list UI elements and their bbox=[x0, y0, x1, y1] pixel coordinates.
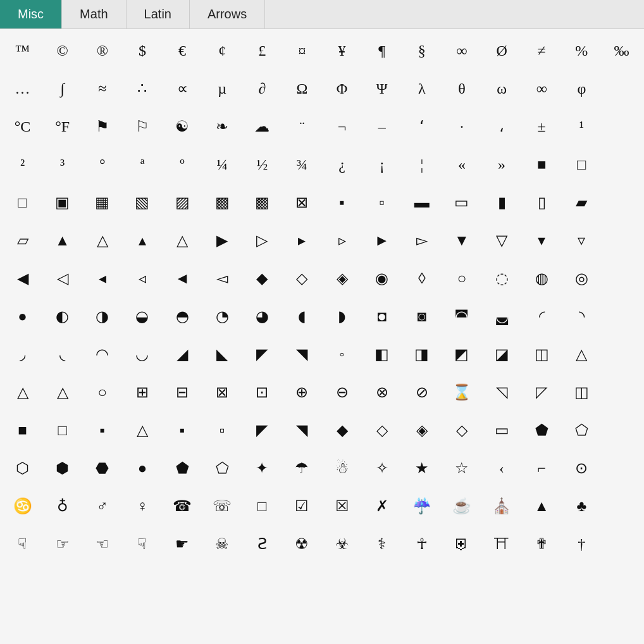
symbol-cell[interactable]: ☟ bbox=[3, 525, 42, 563]
symbol-cell[interactable]: ⊗ bbox=[362, 373, 402, 411]
symbol-cell[interactable]: ☔ bbox=[402, 487, 442, 525]
symbol-cell[interactable]: ◆ bbox=[242, 259, 282, 297]
symbol-cell[interactable]: ◝ bbox=[562, 297, 602, 335]
symbol-cell[interactable]: ☣ bbox=[322, 525, 362, 563]
symbol-cell[interactable]: □ bbox=[3, 183, 42, 221]
symbol-cell[interactable]: ◩ bbox=[442, 335, 481, 373]
symbol-cell[interactable]: ◈ bbox=[402, 411, 442, 449]
symbol-cell[interactable]: ▲ bbox=[522, 487, 562, 525]
symbol-cell[interactable]: % bbox=[562, 32, 602, 70]
symbol-cell[interactable]: ◎ bbox=[562, 259, 602, 297]
symbol-cell[interactable]: $ bbox=[122, 32, 162, 70]
symbol-cell[interactable]: ∞ bbox=[522, 70, 562, 108]
symbol-cell[interactable]: △ bbox=[82, 221, 122, 259]
symbol-cell[interactable]: ▽ bbox=[482, 221, 522, 259]
symbol-cell[interactable]: ☕ bbox=[442, 487, 481, 525]
symbol-cell[interactable]: ⊟ bbox=[163, 373, 202, 411]
symbol-cell[interactable]: ◔ bbox=[202, 297, 242, 335]
symbol-cell[interactable] bbox=[602, 373, 641, 411]
symbol-cell[interactable]: ▮ bbox=[482, 183, 522, 221]
symbol-cell[interactable]: – bbox=[362, 108, 402, 146]
symbol-cell[interactable]: ◖ bbox=[282, 297, 322, 335]
symbol-cell[interactable]: ★ bbox=[402, 449, 442, 487]
symbol-cell[interactable]: ♁ bbox=[42, 487, 82, 525]
symbol-cell[interactable]: ▻ bbox=[402, 221, 442, 259]
symbol-cell[interactable]: ⚕ bbox=[362, 525, 402, 563]
symbol-cell[interactable]: ¾ bbox=[282, 146, 322, 183]
symbol-cell[interactable]: ▷ bbox=[242, 221, 282, 259]
symbol-cell[interactable]: ¨ bbox=[282, 108, 322, 146]
symbol-cell[interactable]: ⊠ bbox=[202, 373, 242, 411]
symbol-cell[interactable]: ʻ bbox=[402, 108, 442, 146]
symbol-cell[interactable]: ◒ bbox=[122, 297, 162, 335]
symbol-cell[interactable]: ω bbox=[482, 70, 522, 108]
tab-latin[interactable]: Latin bbox=[127, 0, 190, 28]
symbol-cell[interactable]: ✧ bbox=[362, 449, 402, 487]
symbol-cell[interactable]: ◚ bbox=[442, 297, 481, 335]
symbol-cell[interactable] bbox=[602, 221, 641, 259]
symbol-cell[interactable]: ◃ bbox=[122, 259, 162, 297]
symbol-cell[interactable]: Φ bbox=[322, 70, 362, 108]
symbol-cell[interactable]: ○ bbox=[82, 373, 122, 411]
symbol-cell[interactable] bbox=[602, 70, 641, 108]
symbol-cell[interactable]: ⬠ bbox=[562, 411, 602, 449]
symbol-cell[interactable]: ◸ bbox=[522, 373, 562, 411]
symbol-cell[interactable]: ☥ bbox=[402, 525, 442, 563]
symbol-cell[interactable]: ≠ bbox=[522, 32, 562, 70]
symbol-cell[interactable] bbox=[602, 335, 641, 373]
symbol-cell[interactable]: ± bbox=[522, 108, 562, 146]
symbol-cell[interactable] bbox=[602, 183, 641, 221]
symbol-cell[interactable]: ▰ bbox=[562, 183, 602, 221]
symbol-cell[interactable]: ³ bbox=[42, 146, 82, 183]
symbol-cell[interactable]: ⛨ bbox=[442, 525, 481, 563]
symbol-cell[interactable]: ☏ bbox=[202, 487, 242, 525]
symbol-cell[interactable]: ▹ bbox=[322, 221, 362, 259]
symbol-cell[interactable]: ◤ bbox=[242, 411, 282, 449]
symbol-cell[interactable]: ™ bbox=[3, 32, 42, 70]
symbol-cell[interactable]: © bbox=[42, 32, 82, 70]
symbol-cell[interactable] bbox=[602, 411, 641, 449]
symbol-cell[interactable]: ² bbox=[3, 146, 42, 183]
symbol-cell[interactable]: ⊙ bbox=[562, 449, 602, 487]
symbol-cell[interactable]: ▣ bbox=[42, 183, 82, 221]
symbol-cell[interactable]: ☜ bbox=[82, 525, 122, 563]
symbol-cell[interactable]: ⬟ bbox=[163, 449, 202, 487]
symbol-cell[interactable]: ◄ bbox=[163, 259, 202, 297]
symbol-cell[interactable]: ◜ bbox=[522, 297, 562, 335]
symbol-cell[interactable]: ⌐ bbox=[522, 449, 562, 487]
symbol-cell[interactable]: ⊡ bbox=[242, 373, 282, 411]
symbol-cell[interactable]: ▼ bbox=[442, 221, 481, 259]
symbol-cell[interactable]: ❧ bbox=[202, 108, 242, 146]
symbol-cell[interactable]: ◐ bbox=[42, 297, 82, 335]
symbol-cell[interactable]: ¥ bbox=[322, 32, 362, 70]
symbol-cell[interactable]: ∫ bbox=[42, 70, 82, 108]
symbol-cell[interactable]: ♋ bbox=[3, 487, 42, 525]
symbol-cell[interactable]: ▫ bbox=[202, 411, 242, 449]
symbol-cell[interactable]: ≈ bbox=[82, 70, 122, 108]
symbol-cell[interactable]: ◑ bbox=[82, 297, 122, 335]
symbol-cell[interactable]: ◕ bbox=[242, 297, 282, 335]
symbol-cell[interactable]: △ bbox=[562, 335, 602, 373]
symbol-cell[interactable]: ½ bbox=[242, 146, 282, 183]
symbol-cell[interactable]: ○ bbox=[442, 259, 481, 297]
symbol-cell[interactable]: … bbox=[3, 70, 42, 108]
symbol-cell[interactable]: ✟ bbox=[522, 525, 562, 563]
symbol-cell[interactable]: ▿ bbox=[562, 221, 602, 259]
symbol-cell[interactable]: ▫ bbox=[362, 183, 402, 221]
symbol-cell[interactable]: ◀ bbox=[3, 259, 42, 297]
symbol-cell[interactable]: ¦ bbox=[402, 146, 442, 183]
symbol-cell[interactable]: ◹ bbox=[482, 373, 522, 411]
symbol-cell[interactable]: ▶ bbox=[202, 221, 242, 259]
symbol-cell[interactable]: ◇ bbox=[362, 411, 402, 449]
symbol-cell[interactable]: ☒ bbox=[322, 487, 362, 525]
symbol-cell[interactable]: ⊠ bbox=[282, 183, 322, 221]
symbol-cell[interactable]: ◦ bbox=[322, 335, 362, 373]
symbol-cell[interactable]: ◇ bbox=[282, 259, 322, 297]
symbol-cell[interactable]: § bbox=[402, 32, 442, 70]
symbol-cell[interactable] bbox=[602, 297, 641, 335]
symbol-cell[interactable]: ☢ bbox=[282, 525, 322, 563]
symbol-cell[interactable]: Ψ bbox=[362, 70, 402, 108]
symbol-cell[interactable]: λ bbox=[402, 70, 442, 108]
symbol-cell[interactable]: ◧ bbox=[362, 335, 402, 373]
symbol-cell[interactable]: ⊞ bbox=[122, 373, 162, 411]
